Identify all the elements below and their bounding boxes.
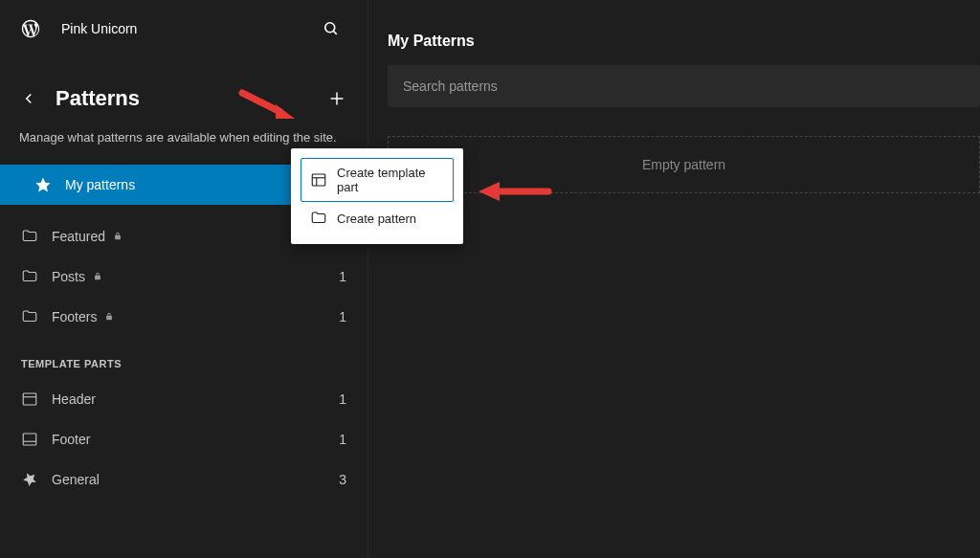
- sidebar-item-header[interactable]: Header 1: [0, 379, 368, 419]
- svg-rect-7: [23, 434, 36, 445]
- star-icon: [34, 176, 52, 193]
- add-button[interactable]: [325, 87, 348, 110]
- folder-icon: [310, 210, 327, 227]
- folder-icon: [21, 308, 38, 325]
- empty-pattern-placeholder[interactable]: Empty pattern: [388, 136, 980, 193]
- search-input[interactable]: [388, 65, 980, 107]
- sidebar-item-count: 1: [339, 309, 346, 324]
- folder-icon: [21, 268, 38, 285]
- lock-icon: [93, 269, 102, 284]
- main-content: My Patterns Empty pattern: [368, 0, 980, 558]
- patterns-header: Patterns: [0, 57, 368, 123]
- folder-icon: [21, 228, 38, 245]
- sidebar: Pink Unicorn Patterns Manage what patter…: [0, 0, 368, 558]
- sidebar-item-label: General: [52, 472, 325, 487]
- sidebar-item-general[interactable]: General 3: [0, 459, 368, 500]
- empty-label: Empty pattern: [642, 157, 725, 172]
- sidebar-item-count: 1: [339, 391, 346, 407]
- annotation-arrow-icon: [479, 180, 553, 203]
- popover-create-pattern[interactable]: Create pattern: [301, 202, 454, 234]
- header-icon: [21, 391, 38, 408]
- sidebar-item-label: Footers: [52, 309, 325, 324]
- svg-rect-9: [312, 174, 325, 186]
- top-bar: Pink Unicorn: [0, 0, 368, 57]
- sidebar-item-footer[interactable]: Footer 1: [0, 419, 368, 459]
- svg-marker-13: [479, 182, 500, 201]
- lock-icon: [113, 229, 122, 244]
- sidebar-item-label: My patterns: [65, 177, 325, 192]
- svg-point-0: [325, 23, 335, 33]
- footer-icon: [21, 431, 38, 448]
- general-icon: [21, 471, 38, 488]
- lock-icon: [104, 309, 114, 324]
- main-title: My Patterns: [368, 0, 980, 65]
- site-name[interactable]: Pink Unicorn: [61, 21, 295, 36]
- sidebar-item-footers[interactable]: Footers 1: [0, 297, 368, 337]
- sidebar-item-label: Header: [52, 391, 325, 407]
- popover-item-label: Create pattern: [337, 212, 416, 226]
- sidebar-item-count: 1: [339, 269, 346, 284]
- popover-item-label: Create template part: [337, 166, 444, 194]
- template-parts-header: TEMPLATE PARTS: [0, 337, 368, 379]
- sidebar-item-count: 3: [339, 472, 346, 487]
- sidebar-item-label: Posts: [52, 269, 325, 284]
- annotation-arrow-icon: [237, 85, 295, 122]
- svg-rect-5: [23, 393, 36, 405]
- svg-marker-4: [36, 177, 51, 191]
- search-icon[interactable]: [314, 11, 348, 46]
- sidebar-item-posts[interactable]: Posts 1: [0, 257, 368, 297]
- template-part-icon: [310, 171, 327, 189]
- wordpress-logo-icon[interactable]: [19, 17, 42, 40]
- popover-create-template-part[interactable]: Create template part: [301, 158, 454, 202]
- sidebar-item-label: Featured: [52, 229, 325, 244]
- back-button[interactable]: [19, 89, 38, 108]
- search-wrap: [368, 65, 980, 107]
- svg-line-1: [334, 32, 337, 34]
- create-popover: Create template part Create pattern: [291, 148, 463, 244]
- svg-marker-12: [276, 104, 295, 119]
- sidebar-item-count: 1: [339, 432, 346, 447]
- sidebar-item-label: Footer: [52, 432, 325, 447]
